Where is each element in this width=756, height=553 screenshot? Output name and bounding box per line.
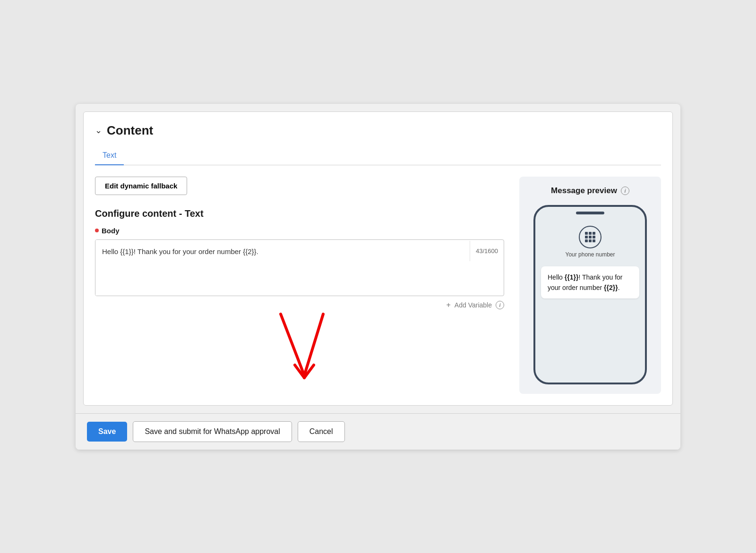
section-header: ⌄ Content bbox=[95, 123, 661, 138]
edit-dynamic-fallback-button[interactable]: Edit dynamic fallback bbox=[95, 177, 187, 195]
body-textarea[interactable]: Hello {{1}}! Thank you for your order nu… bbox=[95, 240, 470, 296]
right-panel: Message preview i Your phone n bbox=[519, 177, 661, 394]
plus-icon: + bbox=[447, 301, 451, 309]
bottom-bar: Save Save and submit for WhatsApp approv… bbox=[76, 413, 680, 450]
phone-frame: Your phone number Hello {{1}}! Thank you… bbox=[533, 205, 647, 384]
phone-notch bbox=[576, 212, 604, 214]
arrow-container bbox=[95, 309, 504, 385]
add-variable-row[interactable]: + Add Variable i bbox=[95, 301, 504, 309]
required-dot bbox=[95, 229, 99, 232]
chevron-icon: ⌄ bbox=[95, 125, 102, 136]
red-arrow bbox=[252, 309, 347, 385]
section-title: Content bbox=[107, 123, 153, 138]
info-icon: i bbox=[496, 301, 504, 309]
body-field-label: Body bbox=[95, 227, 504, 235]
outer-wrapper: ⌄ Content Text Edit dynamic fallback Con… bbox=[76, 104, 680, 450]
main-panel: ⌄ Content Text Edit dynamic fallback Con… bbox=[83, 111, 673, 406]
message-bubble: Hello {{1}}! Thank you for your order nu… bbox=[541, 266, 639, 299]
phone-icon-circle bbox=[579, 226, 601, 248]
tab-text[interactable]: Text bbox=[95, 147, 124, 165]
configure-title: Configure content - Text bbox=[95, 208, 504, 219]
preview-header: Message preview i bbox=[551, 186, 629, 196]
char-count: 43/1600 bbox=[470, 241, 504, 261]
phone-top-icon: Your phone number bbox=[566, 226, 615, 258]
preview-info-icon: i bbox=[621, 187, 629, 195]
content-body: Edit dynamic fallback Configure content … bbox=[95, 177, 661, 394]
svg-line-0 bbox=[281, 314, 304, 375]
phone-number-label: Your phone number bbox=[566, 251, 615, 258]
body-textarea-wrapper: Hello {{1}}! Thank you for your order nu… bbox=[95, 239, 504, 296]
submit-whatsapp-button[interactable]: Save and submit for WhatsApp approval bbox=[133, 421, 292, 442]
tabs-row: Text bbox=[95, 147, 661, 165]
grid-icon bbox=[585, 232, 595, 242]
left-panel: Edit dynamic fallback Configure content … bbox=[95, 177, 504, 394]
save-button[interactable]: Save bbox=[87, 422, 127, 442]
cancel-button[interactable]: Cancel bbox=[298, 421, 345, 442]
